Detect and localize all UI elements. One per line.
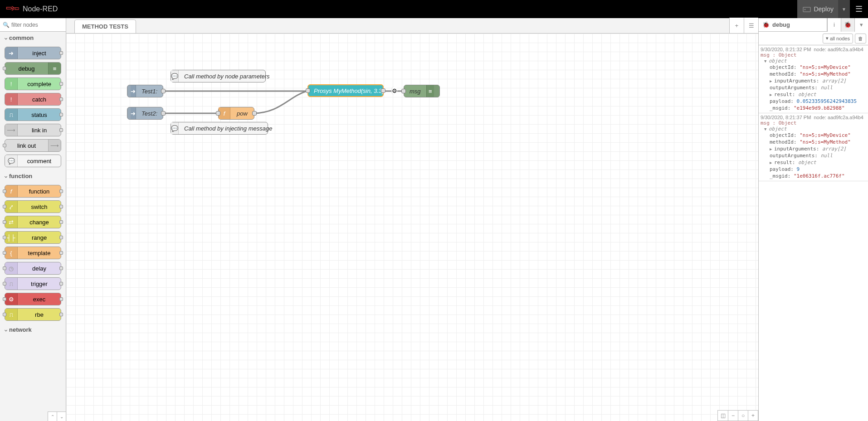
palette-node-catch[interactable]: !catch — [5, 93, 61, 106]
node-comment2[interactable]: 💬 Call method by injecting message — [171, 122, 268, 135]
zoom-in[interactable]: + — [748, 411, 758, 421]
palette-node-status[interactable]: ⎍status — [5, 108, 61, 121]
workspace-tabs: METHOD TESTS + ☰ — [66, 18, 758, 34]
category-common[interactable]: ⌵common — [0, 32, 66, 44]
tab-list-button[interactable]: ☰ — [744, 18, 758, 33]
arrow-right-icon: ➜ — [5, 47, 18, 59]
view-navigator[interactable]: ◫ — [718, 411, 728, 421]
palette-node-range[interactable]: ┤├range — [5, 231, 61, 244]
caret-down-icon: ▾ — [860, 21, 863, 28]
palette-node-function[interactable]: ffunction — [5, 185, 61, 198]
palette-node-trigger[interactable]: ⎍trigger — [5, 277, 61, 290]
palette-node-comment[interactable]: 💬comment — [5, 155, 61, 167]
workspace: METHOD TESTS + ☰ 💬 Call method by node p… — [66, 18, 758, 421]
sidebar-debug-button[interactable]: 🐞 — [841, 18, 854, 32]
palette-collapse-down[interactable]: ⌄ — [57, 412, 66, 421]
output-port[interactable] — [161, 111, 166, 116]
output-port[interactable] — [252, 111, 257, 116]
zoom-out[interactable]: − — [728, 411, 738, 421]
comment-icon: 💬 — [5, 155, 18, 167]
palette-filter: 🔍 — [0, 18, 66, 32]
filter-input[interactable] — [10, 22, 63, 28]
input-port[interactable] — [216, 111, 220, 116]
palette-node-complete[interactable]: !complete — [5, 77, 61, 90]
canvas[interactable]: 💬 Call method by node parameters ➜ Test1… — [66, 34, 758, 421]
template-icon: { — [5, 247, 18, 259]
delay-icon: ◷ — [5, 262, 18, 274]
arrow-right-icon: ➜ — [131, 85, 136, 97]
palette-list: ⌵common ➜inject debug≡ !complete !catch … — [0, 32, 66, 421]
node-test1[interactable]: ➜ Test1: — [127, 85, 163, 97]
zoom-reset[interactable]: ○ — [738, 411, 748, 421]
deploy-dropdown[interactable]: ▼ — [838, 0, 850, 18]
inject-button[interactable] — [127, 85, 131, 97]
palette-node-exec[interactable]: ⚙exec — [5, 293, 61, 305]
comment-icon: 💬 — [171, 70, 179, 82]
caret-right-icon[interactable]: ▶ — [770, 147, 774, 151]
palette-node-switch[interactable]: ⤤switch — [5, 200, 61, 213]
caret-down-icon[interactable]: ▼ — [764, 59, 769, 63]
palette-collapse-up[interactable]: ⌃ — [48, 412, 57, 421]
node-pow[interactable]: f pow — [218, 107, 254, 120]
palette-node-rbe[interactable]: ⎍rbe — [5, 308, 61, 321]
node-opcua-method[interactable]: Prosys MyMethod(sin, 3.3) ⚙ — [307, 84, 384, 97]
debug-toolbar: ▾all nodes 🗑 — [759, 32, 868, 45]
sidebar: 🐞debug i 🐞 ▾ ▾all nodes 🗑 9/30/2020, 8:2… — [758, 18, 868, 421]
caret-down-icon[interactable]: ▼ — [764, 127, 769, 131]
hamburger-menu[interactable]: ☰ — [850, 0, 868, 18]
palette-node-delay[interactable]: ◷delay — [5, 262, 61, 275]
palette-node-change[interactable]: ⇄change — [5, 216, 61, 228]
palette-node-debug[interactable]: debug≡ — [5, 62, 61, 75]
palette-collapse-controls: ⌃ ⌄ — [48, 411, 66, 421]
clear-debug[interactable]: 🗑 — [855, 34, 866, 44]
caret-right-icon[interactable]: ▶ — [770, 160, 774, 165]
bug-icon: 🐞 — [844, 21, 852, 28]
node-comment1[interactable]: 💬 Call method by node parameters — [171, 70, 266, 82]
palette-node-template[interactable]: {template — [5, 247, 61, 259]
opcua-icon: ⚙ — [391, 86, 397, 95]
nodered-logo — [5, 5, 19, 14]
debug-message[interactable]: 9/30/2020, 8:21:37 PM node: aad9fc2a.a94… — [759, 113, 868, 181]
debug-toggle[interactable] — [434, 85, 439, 97]
output-port[interactable] — [161, 89, 166, 93]
input-port[interactable] — [306, 88, 310, 93]
caret-right-icon[interactable]: ▶ — [770, 92, 774, 97]
debug-icon: ≡ — [48, 63, 61, 74]
input-port[interactable] — [401, 89, 406, 93]
caret-right-icon[interactable]: ▶ — [770, 79, 774, 83]
tab-debug[interactable]: 🐞debug — [759, 18, 827, 31]
exclamation-icon: ! — [5, 78, 18, 90]
add-tab-button[interactable]: + — [729, 18, 744, 33]
change-icon: ⇄ — [5, 216, 18, 228]
sidebar-more-button[interactable]: ▾ — [854, 18, 868, 32]
deploy-icon — [803, 6, 811, 12]
deploy-button[interactable]: Deploy — [797, 0, 838, 18]
node-debug-msg[interactable]: msg ≡ — [404, 85, 440, 97]
debug-icon: ≡ — [426, 85, 434, 97]
header: Node-RED Deploy ▼ ☰ — [0, 0, 868, 18]
svg-point-1 — [805, 9, 806, 10]
category-function[interactable]: ⌵function — [0, 170, 66, 182]
app-title: Node-RED — [23, 5, 797, 13]
palette-node-link-out[interactable]: link out⟶ — [5, 139, 61, 152]
range-icon: ┤├ — [5, 232, 18, 243]
palette: 🔍 ⌵common ➜inject debug≡ !complete !catc… — [0, 18, 66, 421]
palette-node-inject[interactable]: ➜inject — [5, 47, 61, 59]
function-icon: f — [5, 185, 18, 197]
info-icon: i — [834, 21, 835, 28]
debug-message[interactable]: 9/30/2020, 8:21:32 PM node: aad9fc2a.a94… — [759, 45, 868, 113]
output-port[interactable] — [381, 88, 385, 93]
plus-icon: + — [735, 22, 739, 29]
inject-button[interactable] — [127, 107, 131, 119]
category-network[interactable]: ⌵network — [0, 324, 66, 336]
canvas-scroll[interactable]: 💬 Call method by node parameters ➜ Test1… — [66, 34, 758, 421]
node-test2[interactable]: ➜ Test2: — [127, 107, 163, 120]
debug-messages: 9/30/2020, 8:21:32 PM node: aad9fc2a.a94… — [759, 45, 868, 421]
filter-all-nodes[interactable]: ▾all nodes — [823, 34, 853, 44]
chevron-down-icon: ⌵ — [5, 35, 7, 40]
tab-method-tests[interactable]: METHOD TESTS — [74, 19, 136, 33]
arrow-right-icon: ➜ — [131, 107, 136, 119]
sidebar-info-button[interactable]: i — [827, 18, 841, 32]
svg-rect-0 — [803, 7, 810, 12]
palette-node-link-in[interactable]: ⟶link in — [5, 124, 61, 136]
